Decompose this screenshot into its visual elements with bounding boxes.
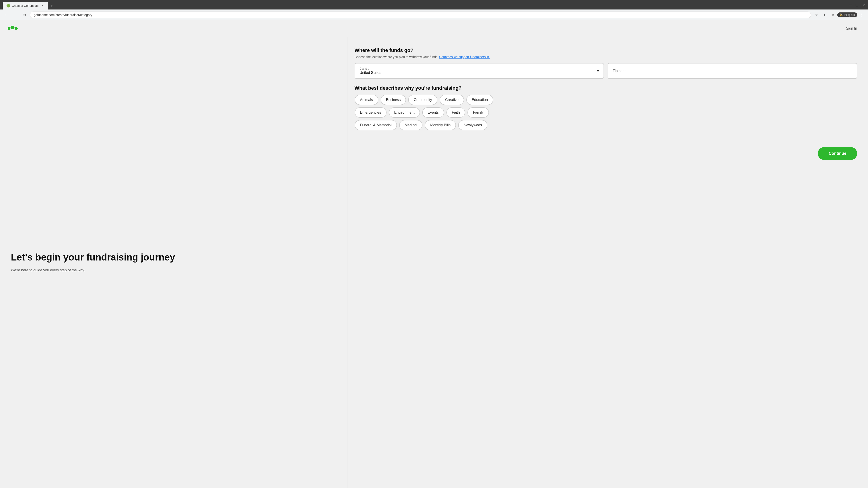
hero-subtitle: We're here to guide you every step of th… xyxy=(11,267,336,273)
hero-title: Let's begin your fundraising journey xyxy=(11,252,336,263)
category-creative[interactable]: Creative xyxy=(440,95,464,105)
category-monthly-bills[interactable]: Monthly Bills xyxy=(425,120,456,130)
tab-bar: 🟢 Create a GoFundMe ✕ + xyxy=(3,2,55,9)
category-family[interactable]: Family xyxy=(467,107,489,118)
left-panel: Let's begin your fundraising journey We'… xyxy=(0,37,347,488)
tab-title: Create a GoFundMe xyxy=(12,4,39,7)
category-grid-row4-partial xyxy=(355,133,857,139)
address-text: gofundme.com/create/fundraiser/category xyxy=(34,13,807,17)
continue-wrapper: Continue xyxy=(355,147,857,160)
country-select-inner: Country United States xyxy=(360,67,381,75)
split-screen-button[interactable]: ⧉ xyxy=(829,11,836,19)
incognito-icon: 🕵️ xyxy=(839,13,843,17)
browser-titlebar: 🟢 Create a GoFundMe ✕ + ─ □ ✕ xyxy=(0,0,868,9)
back-button[interactable]: ← xyxy=(3,11,10,19)
category-environment[interactable]: Environment xyxy=(389,107,420,118)
location-title: Where will the funds go? xyxy=(355,47,857,53)
category-medical[interactable]: Medical xyxy=(399,120,423,130)
bookmark-button[interactable]: ☆ xyxy=(813,11,820,19)
category-grid-row3: Funeral & Memorial Medical Monthly Bills… xyxy=(355,120,857,130)
category-title: What best describes why you're fundraisi… xyxy=(355,85,857,91)
logo xyxy=(7,24,18,33)
sign-in-button[interactable]: Sign In xyxy=(842,25,861,32)
category-newlyweds[interactable]: Newlyweds xyxy=(458,120,487,130)
location-section: Where will the funds go? Choose the loca… xyxy=(355,47,857,79)
category-education[interactable]: Education xyxy=(466,95,493,105)
category-section: What best describes why you're fundraisi… xyxy=(355,85,857,139)
countries-link[interactable]: Countries we support fundraisers in. xyxy=(439,55,490,59)
country-label: Country xyxy=(360,67,381,70)
toolbar-right: ☆ ⬇ ⧉ 🕵️ Incognito ⋮ xyxy=(813,11,865,19)
active-tab[interactable]: 🟢 Create a GoFundMe ✕ xyxy=(3,2,48,9)
zip-code-input[interactable] xyxy=(608,63,857,79)
download-button[interactable]: ⬇ xyxy=(821,11,828,19)
tab-close-button[interactable]: ✕ xyxy=(40,4,44,8)
category-funeral-memorial[interactable]: Funeral & Memorial xyxy=(355,120,397,130)
address-bar[interactable]: gofundme.com/create/fundraiser/category xyxy=(30,11,811,18)
right-panel: Where will the funds go? Choose the loca… xyxy=(347,37,868,488)
browser-toolbar: ← → ↻ gofundme.com/create/fundraiser/cat… xyxy=(0,9,868,20)
site-header: Sign In xyxy=(0,20,868,37)
new-tab-button[interactable]: + xyxy=(49,3,55,9)
tab-favicon-icon: 🟢 xyxy=(6,4,10,7)
close-button[interactable]: ✕ xyxy=(862,3,865,8)
continue-button[interactable]: Continue xyxy=(818,147,857,160)
category-community[interactable]: Community xyxy=(408,95,437,105)
country-select[interactable]: Country United States ▾ xyxy=(355,63,604,79)
minimize-button[interactable]: ─ xyxy=(849,3,852,8)
category-animals[interactable]: Animals xyxy=(355,95,378,105)
location-row: Country United States ▾ xyxy=(355,63,857,79)
category-grid-row2: Emergencies Environment Events Faith Fam… xyxy=(355,107,857,118)
browser-chrome: 🟢 Create a GoFundMe ✕ + ─ □ ✕ ← → ↻ gofu… xyxy=(0,0,868,20)
location-subtitle: Choose the location where you plan to wi… xyxy=(355,55,857,59)
chevron-down-icon: ▾ xyxy=(597,68,599,73)
main-layout: Let's begin your fundraising journey We'… xyxy=(0,37,868,488)
logo-icon xyxy=(7,24,18,33)
maximize-button[interactable]: □ xyxy=(856,3,858,8)
category-emergencies[interactable]: Emergencies xyxy=(355,107,386,118)
incognito-badge: 🕵️ Incognito xyxy=(837,12,857,18)
svg-point-1 xyxy=(11,26,14,29)
category-grid-row1: Animals Business Community Creative Educ… xyxy=(355,95,857,105)
category-faith[interactable]: Faith xyxy=(446,107,465,118)
country-value: United States xyxy=(360,71,381,75)
forward-button[interactable]: → xyxy=(12,11,19,19)
incognito-label: Incognito xyxy=(844,13,855,17)
category-business[interactable]: Business xyxy=(381,95,406,105)
page-content: Sign In Let's begin your fundraising jou… xyxy=(0,20,868,488)
menu-button[interactable]: ⋮ xyxy=(858,11,865,19)
category-events[interactable]: Events xyxy=(422,107,444,118)
reload-button[interactable]: ↻ xyxy=(21,11,28,19)
